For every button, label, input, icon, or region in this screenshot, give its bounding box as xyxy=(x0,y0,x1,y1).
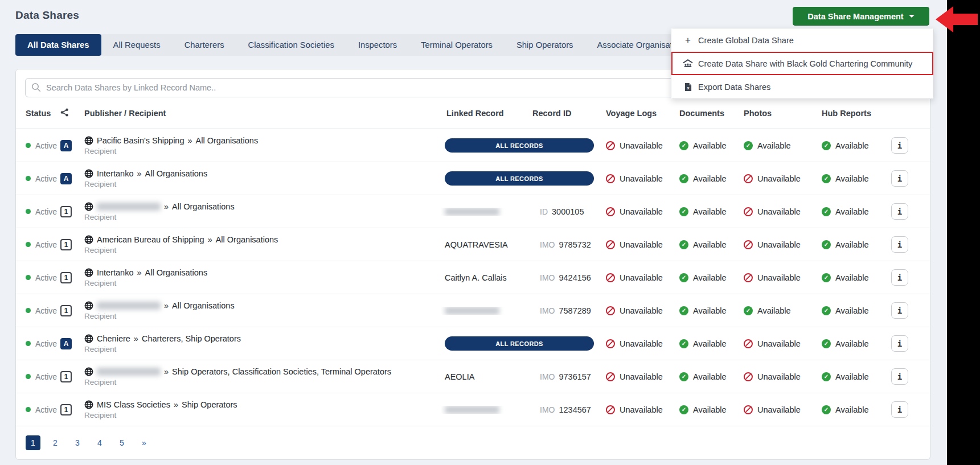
publisher-name: MIS Class Societies xyxy=(97,400,170,409)
tab-terminal-operators[interactable]: Terminal Operators xyxy=(409,34,505,56)
hub-reports-status: Available xyxy=(817,372,887,381)
share-type-badge: 1 xyxy=(60,206,72,217)
next-page-button[interactable]: » xyxy=(137,435,151,450)
recipient-groups: All Organisations xyxy=(145,268,208,277)
tab-inspectors[interactable]: Inspectors xyxy=(346,34,409,56)
record-id-value: 1234567 xyxy=(559,405,591,414)
record-id-value: 9424156 xyxy=(559,273,591,282)
info-button[interactable]: i xyxy=(891,368,908,385)
linked-record-name: Caitlyn A. Callais xyxy=(445,273,507,282)
hub-reports-status-label: Available xyxy=(835,207,869,216)
publisher-separator: » xyxy=(208,235,212,244)
page-button-1[interactable]: 1 xyxy=(26,435,40,450)
voyage-logs-status-icon xyxy=(606,141,615,150)
photos-status-icon xyxy=(744,240,753,249)
info-button[interactable]: i xyxy=(891,203,908,220)
info-button[interactable]: i xyxy=(891,335,908,352)
page-button-5[interactable]: 5 xyxy=(114,435,129,450)
info-button[interactable]: i xyxy=(891,401,908,418)
status-dot-icon xyxy=(26,308,31,313)
status-cell: Active xyxy=(26,405,60,414)
tab-all-requests[interactable]: All Requests xyxy=(101,34,173,56)
role-label: Recipient xyxy=(84,279,116,287)
data-share-management-button-label: Data Share Management xyxy=(807,12,903,21)
tab-label: Inspectors xyxy=(358,40,397,50)
photos-status-icon xyxy=(744,273,753,282)
badge-cell: A xyxy=(60,173,80,184)
documents-status-icon xyxy=(679,174,688,183)
share-type-badge: A xyxy=(60,338,72,349)
status-label: Active xyxy=(35,207,57,216)
hub-reports-status: Available xyxy=(817,240,887,249)
info-button[interactable]: i xyxy=(891,302,908,319)
status-cell: Active xyxy=(26,240,60,249)
column-header-voyage-logs: Voyage Logs xyxy=(598,109,675,118)
linked-record-name-redacted xyxy=(445,208,499,216)
tab-all-data-shares[interactable]: All Data Shares xyxy=(15,34,101,56)
page-button-3[interactable]: 3 xyxy=(70,435,85,450)
voyage-logs-status: Unavailable xyxy=(598,339,675,348)
column-header-documents: Documents xyxy=(675,109,740,118)
share-type-badge: 1 xyxy=(60,272,72,283)
photos-status-label: Unavailable xyxy=(757,207,801,216)
tab-classification-societies[interactable]: Classification Societies xyxy=(236,34,346,56)
page-button-4[interactable]: 4 xyxy=(92,435,107,450)
record-id-value: 9736157 xyxy=(559,372,591,381)
photos-status: Unavailable xyxy=(740,174,817,183)
all-records-pill: ALL RECORDS xyxy=(445,336,594,351)
community-icon xyxy=(683,59,693,68)
share-type-badge: 1 xyxy=(60,404,72,415)
photos-status-label: Available xyxy=(757,141,791,150)
menu-item-label: Create Data Share with Black Gold Charte… xyxy=(698,59,912,68)
tab-charterers[interactable]: Charterers xyxy=(173,34,236,56)
record-id-cell: IMO 9424156 xyxy=(532,273,591,282)
documents-status: Available xyxy=(675,240,740,249)
share-type-badge: A xyxy=(60,173,72,184)
globe-icon xyxy=(84,334,93,343)
voyage-logs-status-icon xyxy=(606,240,615,249)
page-title: Data Shares xyxy=(15,9,79,22)
pagination: 12345» xyxy=(16,426,930,450)
globe-icon xyxy=(84,301,93,310)
voyage-logs-status: Unavailable xyxy=(598,372,675,381)
record-id-type: IMO xyxy=(540,405,555,414)
table-row: Active A Intertanko » All Organisations … xyxy=(16,162,930,195)
photos-status-label: Unavailable xyxy=(757,273,801,282)
info-button[interactable]: i xyxy=(891,170,908,187)
data-share-management-menu: + Create Global Data Share Create Data S… xyxy=(671,28,934,99)
info-icon: i xyxy=(897,240,902,249)
page-button-2[interactable]: 2 xyxy=(48,435,63,450)
info-button[interactable]: i xyxy=(891,269,908,286)
voyage-logs-status: Unavailable xyxy=(598,141,675,150)
hub-reports-status-label: Available xyxy=(835,174,869,183)
photos-status-icon xyxy=(744,372,753,381)
table-row: Active 1 American Bureau of Shipping » A… xyxy=(16,228,930,261)
data-share-management-button[interactable]: Data Share Management xyxy=(793,7,929,26)
search-icon xyxy=(31,83,41,92)
hub-reports-status-icon xyxy=(822,372,831,381)
status-cell: Active xyxy=(26,273,60,282)
all-records-pill: ALL RECORDS xyxy=(445,171,594,186)
role-label: Recipient xyxy=(84,345,116,353)
info-icon: i xyxy=(897,174,902,183)
documents-status-icon xyxy=(679,141,688,150)
globe-icon xyxy=(84,400,93,409)
status-cell: Active xyxy=(26,306,60,315)
recipient-groups: All Organisations xyxy=(216,235,278,244)
publisher-recipient-cell: » Ship Operators, Classification Societi… xyxy=(80,367,441,386)
menu-item[interactable]: + Create Global Data Share xyxy=(671,28,933,52)
info-icon: i xyxy=(897,405,902,414)
status-dot-icon xyxy=(26,209,31,214)
info-button[interactable]: i xyxy=(891,236,908,253)
linked-record-name: AQUATRAVESIA xyxy=(445,240,508,249)
tab-ship-operators[interactable]: Ship Operators xyxy=(505,34,585,56)
photos-status-label: Unavailable xyxy=(757,372,801,381)
table-row: Active A Cheniere » Charterers, Ship Ope… xyxy=(16,327,930,360)
hub-reports-status-icon xyxy=(822,339,831,348)
menu-item[interactable]: Create Data Share with Black Gold Charte… xyxy=(671,52,933,75)
record-id-cell: ID 3000105 xyxy=(532,207,584,216)
menu-item[interactable]: x Export Data Shares xyxy=(671,75,933,98)
column-header-photos: Photos xyxy=(740,109,817,118)
info-button[interactable]: i xyxy=(891,137,908,154)
documents-status-icon xyxy=(679,339,688,348)
